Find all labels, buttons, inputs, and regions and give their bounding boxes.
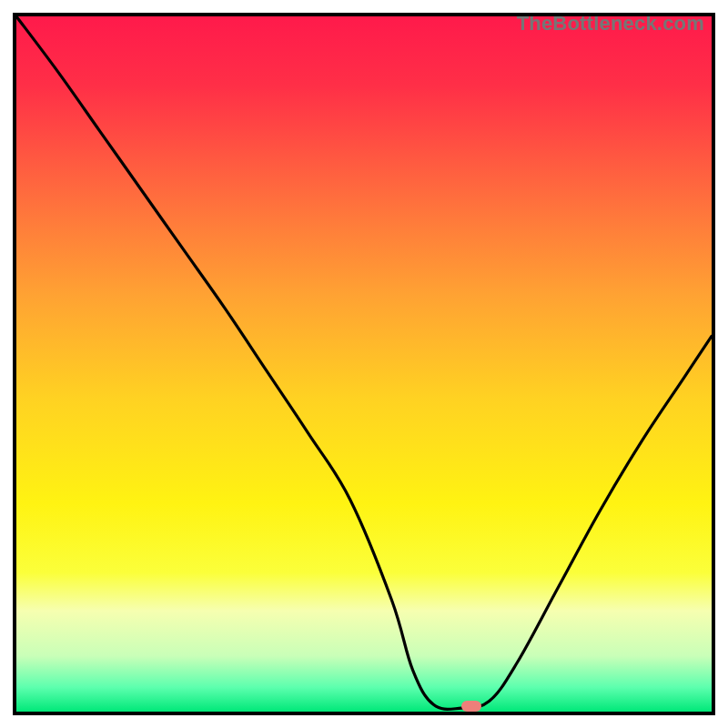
plot-area: TheBottleneck.com <box>13 13 715 715</box>
optimum-marker <box>461 701 481 712</box>
curve-layer <box>16 16 712 712</box>
watermark-text: TheBottleneck.com <box>517 13 704 35</box>
bottleneck-curve <box>16 16 712 709</box>
bottleneck-chart: TheBottleneck.com <box>0 0 728 728</box>
